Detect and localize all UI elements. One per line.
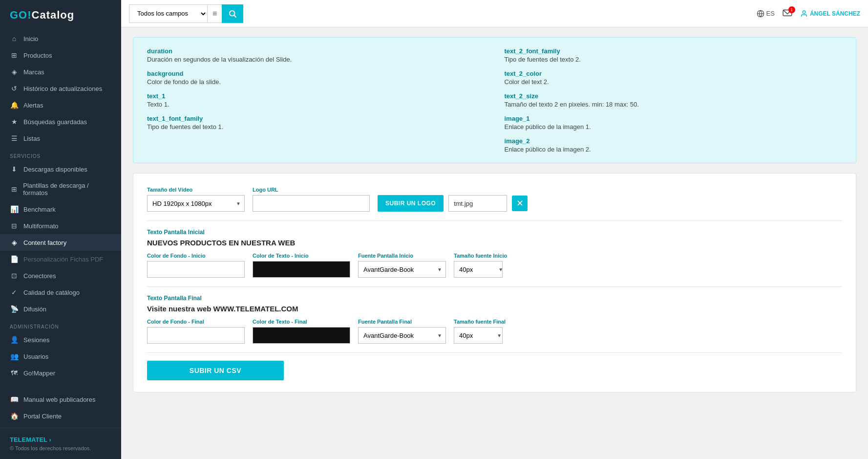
sidebar-item-label: Productos: [23, 52, 52, 59]
topbar: Todos los campos Nombre Referencia EAN ≡…: [121, 0, 868, 27]
grid-icon: ⊞: [10, 51, 19, 59]
divider-1: [147, 220, 842, 221]
sidebar-item-usuarios[interactable]: 👥 Usuarios: [0, 348, 121, 365]
sidebar-item-manual[interactable]: 📖 Manual web publicadores: [0, 391, 121, 408]
sidebar-item-label: Go!Mapper: [23, 370, 55, 377]
color-texto-final-group: Color de Texto - Final: [253, 319, 350, 344]
language-selector[interactable]: ES: [757, 10, 775, 18]
sidebar-item-busquedas[interactable]: ★ Búsquedas guardadas: [0, 113, 121, 130]
sidebar-item-label: Plantillas de descarga / formatos: [23, 182, 111, 197]
factory-icon: ◈: [10, 239, 19, 246]
logo-url-group: Logo URL: [253, 187, 370, 212]
bell-icon: 🔔: [10, 101, 19, 109]
final-colors-row: Color de Fondo - Final Color de Texto - …: [147, 319, 842, 344]
subir-csv-button[interactable]: SUBIR UN CSV: [147, 361, 284, 380]
sidebar-item-label: Inicio: [23, 35, 38, 43]
sidebar-item-sesiones[interactable]: 👤 Sesiones: [0, 331, 121, 348]
logo-catalog: Catalog: [32, 9, 75, 21]
sidebar-item-fichas-pdf[interactable]: 📄 Personalización Fichas PDF: [0, 251, 121, 267]
app-logo: GO!Catalog: [0, 0, 121, 30]
sidebar-item-alertas[interactable]: 🔔 Alertas: [0, 97, 121, 113]
sidebar-item-productos[interactable]: ⊞ Productos: [0, 47, 121, 64]
user-menu[interactable]: ÁNGEL SÁNCHEZ: [800, 10, 860, 18]
fuente-inicio-select[interactable]: AvantGarde-Book: [358, 261, 446, 278]
sidebar-item-content-factory[interactable]: ◈ Content factory: [0, 234, 121, 251]
session-icon: 👤: [10, 336, 19, 344]
fuente-final-select[interactable]: AvantGarde-Book: [358, 327, 446, 344]
inicial-colors-row: Color de Fondo - Inicio Color de Texto -…: [147, 253, 842, 278]
filter-button[interactable]: ≡: [207, 4, 222, 23]
sidebar-item-benchmark[interactable]: 📊 Benchmark: [0, 201, 121, 218]
sidebar-item-historico[interactable]: ↺ Histórico de actualizaciones: [0, 80, 121, 97]
tamano-final-select[interactable]: 40px: [454, 327, 503, 344]
notification-badge: 1: [788, 6, 795, 13]
info-field-text2color: text_2_color Color del text 2.: [505, 70, 843, 86]
sidebar-item-marcas[interactable]: ◈ Marcas: [0, 64, 121, 80]
color-fondo-final-input[interactable]: [147, 327, 245, 344]
video-size-select[interactable]: HD 1920px x 1080px: [147, 195, 245, 212]
star-icon: ★: [10, 118, 19, 126]
sidebar-item-multiformato[interactable]: ⊟ Multiformato: [0, 218, 121, 234]
logo-go: GO!: [10, 9, 32, 21]
users-icon: 👥: [10, 352, 19, 360]
color-fondo-final-group: Color de Fondo - Final: [147, 319, 245, 344]
color-texto-final-input[interactable]: [253, 327, 350, 344]
svg-point-5: [803, 11, 805, 13]
fuente-inicio-select-wrapper: AvantGarde-Book: [358, 261, 446, 278]
sidebar-item-plantillas[interactable]: ⊞ Plantillas de descarga / formatos: [0, 177, 121, 201]
sidebar-item-conectores[interactable]: ⊡ Conectores: [0, 267, 121, 284]
video-logo-row: Tamaño del Vídeo HD 1920px x 1080px Logo…: [147, 185, 842, 212]
logo-filename: tmt.jpg: [448, 195, 507, 212]
search-field-select[interactable]: Todos los campos Nombre Referencia EAN: [129, 4, 207, 23]
sidebar-footer: TELEMATEL › © Todos los derechos reserva…: [0, 428, 121, 459]
check-icon: ✓: [10, 288, 19, 296]
logo-url-input[interactable]: [253, 195, 370, 212]
close-icon: ✕: [516, 198, 524, 209]
sidebar-item-label: Calidad de catálogo: [23, 289, 80, 296]
sidebar-item-label: Content factory: [23, 239, 66, 246]
sidebar-item-label: Portal Cliente: [23, 413, 62, 420]
sidebar-item-descargas[interactable]: ⬇ Descargas disponibles: [0, 161, 121, 177]
color-fondo-final-label: Color de Fondo - Final: [147, 319, 245, 325]
sidebar-item-listas[interactable]: ☰ Listas: [0, 130, 121, 147]
tamano-inicio-select-wrapper: 40px: [454, 261, 507, 278]
home-icon: ⌂: [10, 35, 19, 43]
notification-button[interactable]: 1: [783, 9, 792, 18]
info-panel: duration Duración en segundos de la visu…: [133, 37, 856, 163]
sidebar-item-calidad[interactable]: ✓ Calidad de catálogo: [0, 284, 121, 301]
template-icon: ⊞: [10, 185, 18, 193]
content-area: duration Duración en segundos de la visu…: [121, 27, 868, 459]
user-icon: [800, 10, 808, 18]
sidebar-item-label: Descargas disponibles: [23, 166, 87, 173]
sidebar-item-label: Histórico de actualizaciones: [23, 85, 102, 92]
user-name: ÁNGEL SÁNCHEZ: [810, 10, 860, 17]
connector-icon: ⊡: [10, 272, 19, 280]
info-field-text2size: text_2_size Tamaño del texto 2 en pixele…: [505, 92, 843, 108]
texto-inicial-value: NUEVOS PRODUCTOS EN NUESTRA WEB: [147, 239, 842, 247]
tamano-inicio-select[interactable]: 40px: [454, 261, 503, 278]
subir-logo-button[interactable]: SUBIR UN LOGO: [378, 195, 444, 212]
color-fondo-inicio-label: Color de Fondo - Inicio: [147, 253, 245, 259]
svg-point-0: [230, 11, 235, 16]
logo-upload-row: SUBIR UN LOGO tmt.jpg ✕: [378, 185, 528, 212]
sidebar-item-portal[interactable]: 🏠 Portal Cliente: [0, 408, 121, 424]
sidebar-item-label: Listas: [23, 135, 40, 142]
remove-logo-button[interactable]: ✕: [512, 196, 528, 211]
form-panel: Tamaño del Vídeo HD 1920px x 1080px Logo…: [133, 173, 856, 393]
sidebar-item-inicio[interactable]: ⌂ Inicio: [0, 30, 121, 47]
refresh-icon: ↺: [10, 85, 19, 92]
main-area: Todos los campos Nombre Referencia EAN ≡…: [121, 0, 868, 459]
sidebar-item-difusion[interactable]: 📡 Difusión: [0, 301, 121, 317]
sidebar-item-label: Conectores: [23, 272, 56, 280]
color-texto-inicio-input[interactable]: [253, 261, 350, 278]
search-button[interactable]: [222, 4, 243, 23]
sidebar-item-gomapper[interactable]: 🗺 Go!Mapper: [0, 365, 121, 381]
telematel-link[interactable]: TELEMATEL ›: [10, 436, 111, 443]
sidebar-item-label: Búsquedas guardadas: [23, 118, 87, 126]
info-field-image1: image_1 Enlace público de la imagen 1.: [505, 115, 843, 131]
color-fondo-inicio-input[interactable]: [147, 261, 245, 278]
info-field-image2: image_2 Enlace público de la imagen 2.: [505, 137, 843, 153]
copyright: © Todos los derechos reservados.: [10, 445, 111, 451]
video-size-select-wrapper: HD 1920px x 1080px: [147, 195, 245, 212]
logo-url-label: Logo URL: [253, 187, 370, 193]
